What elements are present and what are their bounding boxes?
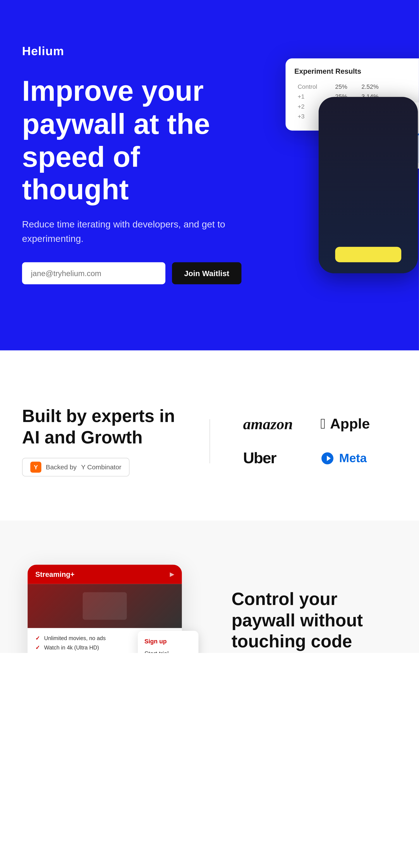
yc-label: Backed by	[46, 463, 77, 471]
ctx-signup[interactable]: Sign up	[138, 635, 199, 647]
feature-1-visual: Streaming+ ▶ ✓ Unlimited movies, no ads	[22, 565, 187, 653]
yc-badge: Y Backed by Y Combinator	[22, 458, 130, 476]
streaming-hero-image	[28, 584, 182, 628]
streaming-header: Streaming+ ▶	[28, 565, 182, 584]
hero-subtitle: Reduce time iterating with developers, a…	[22, 218, 241, 246]
feature-1-title: Control your paywall without touching co…	[232, 588, 397, 652]
hero-title: Improve your paywall at the speed of tho…	[22, 75, 241, 207]
social-proof-section: Built by experts in AI and Growth Y Back…	[0, 350, 419, 521]
hero-email-form: Join Waitlist	[22, 262, 241, 284]
yc-icon: Y	[30, 462, 41, 473]
context-menu: Sign up Start trial Try it now	[138, 631, 199, 653]
meta-logo: Meta	[320, 451, 370, 465]
amazon-logo: amazon	[243, 415, 293, 433]
company-logos: amazon  Apple Uber Meta	[243, 415, 370, 467]
apple-logo:  Apple	[320, 415, 370, 432]
brand-logo: Helium	[22, 44, 397, 58]
hero-cta-button[interactable]: Join Waitlist	[172, 262, 241, 284]
ctx-trial[interactable]: Start trial	[138, 647, 199, 653]
feature-1-section: Streaming+ ▶ ✓ Unlimited movies, no ads	[0, 521, 419, 653]
social-proof-title: Built by experts in AI and Growth	[22, 406, 176, 448]
uber-logo: Uber	[243, 449, 293, 467]
exp-card-title: Experiment Results	[294, 67, 419, 75]
phone-mockup	[319, 97, 418, 273]
phone-cta-button	[335, 247, 401, 262]
yc-name: Y Combinator	[81, 463, 121, 471]
hero-email-input[interactable]	[22, 262, 166, 284]
hero-section: Helium Improve your paywall at the speed…	[0, 0, 419, 350]
divider	[210, 419, 210, 463]
streaming-app-name: Streaming+	[35, 570, 74, 578]
